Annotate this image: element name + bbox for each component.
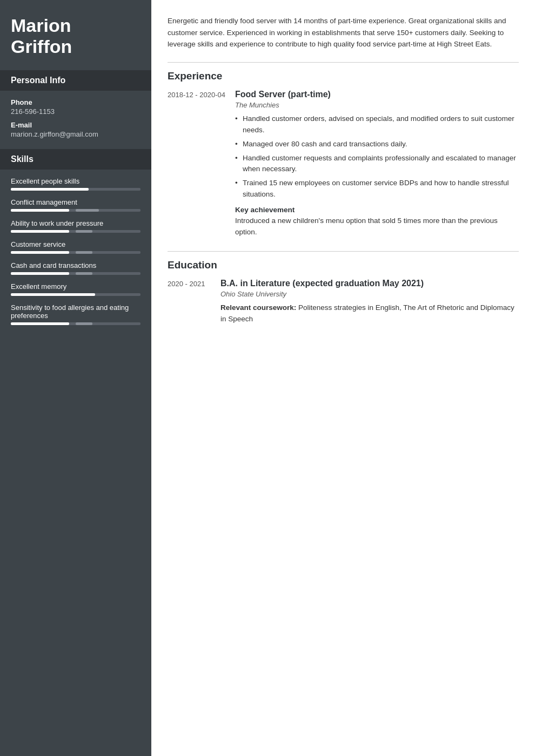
skill-bar-bg: [11, 272, 141, 275]
skill-bar-fill-secondary: [76, 322, 92, 325]
skill-bar-bg: [11, 188, 141, 191]
entry-bullets: Handled customer orders, advised on spec…: [235, 113, 519, 200]
personal-info-block: Phone 216-596-1153 E-mail marion.z.girff…: [0, 98, 151, 149]
summary-text: Energetic and friendly food server with …: [168, 15, 519, 50]
skill-item: Sensitivity to food allergies and eating…: [11, 303, 141, 325]
experience-entry: 2018-12 - 2020-04 Food Server (part-time…: [168, 90, 519, 238]
skill-name: Excellent people skills: [11, 177, 141, 185]
skill-item: Conflict management: [11, 198, 141, 212]
skill-bar-fill: [11, 188, 89, 191]
email-value: marion.z.girffon@gmail.com: [11, 130, 141, 138]
skill-item: Ability to work under pressure: [11, 219, 141, 233]
skill-bar-bg: [11, 322, 141, 325]
phone-value: 216-596-1153: [11, 107, 141, 116]
skill-bar-bg: [11, 230, 141, 233]
skill-name: Sensitivity to food allergies and eating…: [11, 303, 141, 320]
skill-name: Ability to work under pressure: [11, 219, 141, 227]
skill-bar-fill: [11, 322, 69, 325]
entry-title: Food Server (part-time): [235, 90, 519, 99]
skills-header: Skills: [0, 149, 151, 170]
skill-bar-fill-secondary: [76, 272, 92, 275]
bullet-item: Trained 15 new employees on customer ser…: [235, 178, 519, 200]
education-entry: 2020 - 2021 B.A. in Literature (expected…: [168, 279, 519, 325]
candidate-name: Marion Griffon: [0, 0, 151, 70]
skill-bar-fill: [11, 230, 69, 233]
skills-section: Excellent people skills Conflict managem…: [0, 177, 151, 343]
skill-name: Excellent memory: [11, 282, 141, 291]
skill-name: Customer service: [11, 240, 141, 248]
email-label: E-mail: [11, 121, 141, 129]
section-divider: [168, 62, 519, 63]
entry-content: Food Server (part-time) The Munchies Han…: [235, 90, 519, 238]
skill-bar-fill: [11, 209, 69, 212]
sidebar: Marion Griffon Personal Info Phone 216-5…: [0, 0, 151, 756]
entry-date: 2020 - 2021: [168, 279, 211, 325]
bullet-item: Handled customer requests and complaints…: [235, 153, 519, 176]
skill-item: Customer service: [11, 240, 141, 254]
entry-date: 2018-12 - 2020-04: [168, 90, 225, 238]
personal-info-header: Personal Info: [0, 70, 151, 91]
skill-bar-bg: [11, 251, 141, 254]
skill-bar-fill-secondary: [76, 209, 99, 212]
phone-label: Phone: [11, 98, 141, 106]
skill-item: Cash and card transactions: [11, 261, 141, 275]
relevant-coursework: Relevant coursework: Politeness strategi…: [220, 302, 519, 325]
key-achievement-label: Key achievement: [235, 206, 519, 214]
skill-bar-fill-secondary: [76, 251, 92, 254]
section-divider: [168, 251, 519, 252]
key-achievement-text: Introduced a new children's menu option …: [235, 215, 519, 238]
skill-bar-bg: [11, 293, 141, 296]
education-header: Education: [168, 259, 519, 271]
main-content: Energetic and friendly food server with …: [151, 0, 535, 756]
education-section: Education 2020 - 2021 B.A. in Literature…: [168, 259, 519, 325]
experience-header: Experience: [168, 70, 519, 82]
coursework-label: Relevant coursework:: [220, 303, 296, 312]
skill-bar-fill: [11, 293, 95, 296]
skill-bar-fill: [11, 251, 69, 254]
bullet-item: Handled customer orders, advised on spec…: [235, 113, 519, 136]
skill-name: Cash and card transactions: [11, 261, 141, 269]
entry-content: B.A. in Literature (expected graduation …: [220, 279, 519, 325]
entry-title: B.A. in Literature (expected graduation …: [220, 279, 519, 288]
entry-org: Ohio State University: [220, 290, 519, 298]
bullet-item: Managed over 80 cash and card transactio…: [235, 139, 519, 150]
skill-bar-fill: [11, 272, 69, 275]
skill-item: Excellent people skills: [11, 177, 141, 191]
skill-item: Excellent memory: [11, 282, 141, 296]
skill-name: Conflict management: [11, 198, 141, 206]
entry-org: The Munchies: [235, 101, 519, 109]
skill-bar-fill-secondary: [76, 230, 92, 233]
skill-bar-bg: [11, 209, 141, 212]
